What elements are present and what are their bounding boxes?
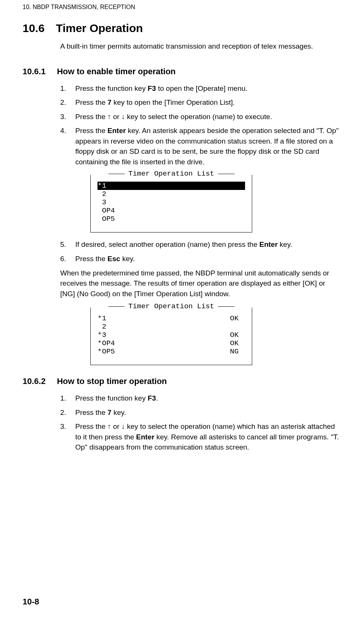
timer-list-row: OP4 xyxy=(97,207,245,215)
list-text: If desired, select another operation (na… xyxy=(75,239,341,250)
section-number: 10.6 xyxy=(23,22,44,35)
key-name: Esc xyxy=(108,255,120,263)
timer-list-row: 2 xyxy=(97,323,245,331)
timer-status xyxy=(230,323,245,331)
text: . xyxy=(156,394,158,402)
list-item: 6. Press the Esc key. xyxy=(60,254,341,264)
asterisk-mark xyxy=(97,190,102,198)
list-marker: 4. xyxy=(60,125,70,167)
key-name: 7 xyxy=(108,98,112,106)
subsection-number: 10.6.2 xyxy=(23,376,46,386)
list-text: Press the 7 key to open the [Timer Opera… xyxy=(75,97,341,108)
key-name: F3 xyxy=(148,394,156,402)
timer-list-row: OP5 xyxy=(97,215,245,223)
timer-list-row: * 1 xyxy=(97,182,245,190)
asterisk-mark xyxy=(97,323,102,331)
text: key. xyxy=(111,408,126,416)
ordered-list: 1. Press the function key F3 to open the… xyxy=(60,83,341,167)
timer-name: 1 xyxy=(102,182,245,190)
figure-title: Timer Operation List xyxy=(125,302,218,311)
asterisk-mark: * xyxy=(97,182,102,190)
list-item: 3. Press the ↑ or ↓ key to select the op… xyxy=(60,421,341,453)
timer-list-row: * 3 OK xyxy=(97,331,245,339)
list-item: 4. Press the Enter key. An asterisk appe… xyxy=(60,125,341,167)
text: Press the ↑ or ↓ key to select the opera… xyxy=(75,113,272,121)
figure-timer-list-2: Timer Operation List * 1 OK 2 * 3 OK * O… xyxy=(90,306,341,365)
list-item: 1. Press the function key F3 to open the… xyxy=(60,83,341,94)
timer-name: 3 xyxy=(102,331,230,339)
list-item: 3. Press the ↑ or ↓ key to select the op… xyxy=(60,112,341,122)
timer-list-row: * OP5 NG xyxy=(97,347,245,356)
list-text: Press the function key F3 to open the [O… xyxy=(75,83,341,94)
timer-list-row: * 1 OK xyxy=(97,314,245,323)
list-marker: 3. xyxy=(60,421,70,453)
list-text: Press the ↑ or ↓ key to select the opera… xyxy=(75,112,341,122)
section-heading: 10.6 Timer Operation xyxy=(23,22,341,35)
text: Press the function key xyxy=(75,84,148,92)
paragraph: When the predetermined time passed, the … xyxy=(60,268,341,299)
text: Press the xyxy=(75,127,108,135)
key-name: Enter xyxy=(136,433,155,441)
list-item: 1. Press the function key F3. xyxy=(60,393,341,404)
timer-name: OP5 xyxy=(102,215,245,223)
chapter-header: 10. NBDP TRANSMISSION, RECEPTION xyxy=(23,4,341,11)
list-item: 2. Press the 7 key to open the [Timer Op… xyxy=(60,97,341,108)
list-marker: 2. xyxy=(60,97,70,108)
section-intro: A built-in timer permits automatic trans… xyxy=(60,41,341,52)
timer-name: OP4 xyxy=(102,207,245,215)
key-name: Enter xyxy=(259,240,278,248)
text: key. xyxy=(120,255,135,263)
list-text: Press the Esc key. xyxy=(75,254,341,264)
asterisk-mark: * xyxy=(97,331,102,339)
ordered-list: 1. Press the function key F3. 2. Press t… xyxy=(60,393,341,453)
list-text: Press the function key F3. xyxy=(75,393,341,404)
asterisk-mark xyxy=(97,198,102,207)
subsection-title: How to stop timer operation xyxy=(57,376,167,386)
timer-list-row: * OP4 OK xyxy=(97,339,245,347)
list-text: Press the ↑ or ↓ key to select the opera… xyxy=(75,421,341,453)
list-marker: 6. xyxy=(60,254,70,264)
text: Press the xyxy=(75,408,108,416)
asterisk-mark xyxy=(97,207,102,215)
timer-name: 2 xyxy=(102,190,245,198)
asterisk-mark: * xyxy=(97,314,102,323)
list-item: 5. If desired, select another operation … xyxy=(60,239,341,250)
key-name: Enter xyxy=(108,127,126,135)
timer-list-row: 3 xyxy=(97,198,245,207)
list-text: Press the Enter key. An asterisk appears… xyxy=(75,125,341,167)
text: key to open the [Timer Operation List]. xyxy=(111,98,235,106)
list-marker: 5. xyxy=(60,239,70,250)
timer-status: OK xyxy=(230,331,245,339)
figure-frame: Timer Operation List * 1 2 3 OP4 OP5 xyxy=(90,174,252,233)
key-name: 7 xyxy=(108,408,112,416)
timer-name: 3 xyxy=(102,198,245,207)
ordered-list: 5. If desired, select another operation … xyxy=(60,239,341,264)
asterisk-mark: * xyxy=(97,339,102,347)
timer-status: OK xyxy=(230,314,245,323)
subsection-title: How to enable timer operation xyxy=(57,67,175,76)
section-title: Timer Operation xyxy=(56,22,143,35)
list-marker: 1. xyxy=(60,393,70,404)
timer-list-row: 2 xyxy=(97,190,245,198)
text: Press the xyxy=(75,255,108,263)
timer-name: OP4 xyxy=(102,339,230,347)
subsection-heading: 10.6.1 How to enable timer operation xyxy=(23,67,341,76)
text: Press the function key xyxy=(75,394,148,402)
asterisk-mark xyxy=(97,215,102,223)
key-name: F3 xyxy=(148,84,156,92)
page-number: 10-8 xyxy=(23,597,39,607)
timer-status: NG xyxy=(230,347,245,356)
timer-name: 1 xyxy=(102,314,230,323)
list-item: 2. Press the 7 key. xyxy=(60,407,341,418)
timer-name: OP5 xyxy=(102,347,230,356)
text: Press the xyxy=(75,98,108,106)
timer-status: OK xyxy=(230,339,245,347)
timer-name: 2 xyxy=(102,323,230,331)
text: to open the [Operate] menu. xyxy=(156,84,247,92)
figure-frame: Timer Operation List * 1 OK 2 * 3 OK * O… xyxy=(90,306,252,365)
subsection-heading: 10.6.2 How to stop timer operation xyxy=(23,376,341,386)
subsection-number: 10.6.1 xyxy=(23,67,46,76)
list-marker: 3. xyxy=(60,112,70,122)
text: If desired, select another operation (na… xyxy=(75,240,259,248)
asterisk-mark: * xyxy=(97,347,102,356)
